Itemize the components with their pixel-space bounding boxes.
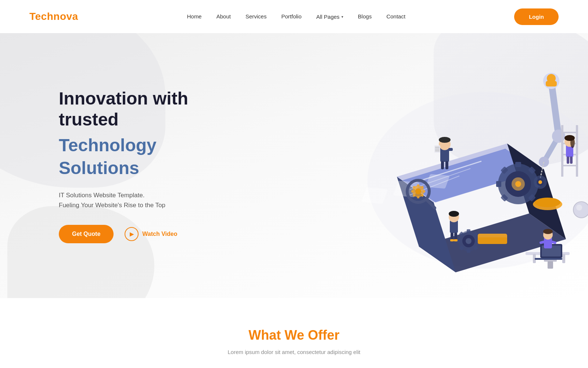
svg-point-39 <box>547 74 556 83</box>
navbar: Technova Home About Services Portfolio A… <box>0 0 588 33</box>
svg-rect-44 <box>448 148 453 151</box>
svg-rect-107 <box>451 233 453 240</box>
svg-rect-65 <box>562 254 565 263</box>
svg-rect-67 <box>548 261 553 269</box>
svg-rect-46 <box>445 161 448 169</box>
svg-rect-91 <box>417 184 419 187</box>
hero-content: Innovation with trusted Technology Solut… <box>0 66 228 265</box>
brand-logo[interactable]: Technova <box>29 11 78 22</box>
nav-about[interactable]: About <box>216 13 231 20</box>
nav-links: Home About Services Portfolio All Pages … <box>187 13 405 20</box>
watch-video-button[interactable]: ▶ Watch Video <box>125 227 177 241</box>
get-quote-button[interactable]: Get Quote <box>59 225 114 243</box>
svg-point-37 <box>535 198 560 207</box>
svg-rect-23 <box>496 181 501 187</box>
svg-point-90 <box>415 188 421 194</box>
hero-title-line1: Innovation with trusted <box>59 88 228 130</box>
svg-rect-110 <box>454 239 458 241</box>
nav-all-pages[interactable]: All Pages ▾ <box>316 14 343 20</box>
svg-rect-95 <box>417 196 419 198</box>
svg-rect-109 <box>450 239 454 241</box>
nav-blogs[interactable]: Blogs <box>358 13 372 20</box>
svg-rect-79 <box>467 229 470 233</box>
what-we-offer-section: What We Offer Lorem ipsum dolor sit amet… <box>0 298 588 368</box>
svg-point-73 <box>543 229 553 234</box>
svg-rect-62 <box>570 156 573 164</box>
svg-rect-61 <box>567 156 569 164</box>
svg-point-106 <box>449 211 459 217</box>
nav-contact[interactable]: Contact <box>386 13 405 20</box>
svg-rect-83 <box>467 249 470 253</box>
offer-title: What We Offer <box>0 328 588 343</box>
svg-rect-93 <box>423 190 425 192</box>
svg-point-42 <box>439 137 451 143</box>
nav-home[interactable]: Home <box>187 13 202 20</box>
play-icon: ▶ <box>125 227 139 241</box>
svg-point-60 <box>570 138 575 148</box>
svg-rect-70 <box>535 258 562 260</box>
login-button[interactable]: Login <box>514 8 559 25</box>
svg-rect-45 <box>441 161 444 169</box>
svg-point-102 <box>576 205 582 210</box>
svg-rect-16 <box>515 162 521 167</box>
chevron-down-icon: ▾ <box>341 15 343 19</box>
svg-rect-97 <box>411 190 413 192</box>
hero-section: Innovation with trusted Technology Solut… <box>0 33 588 298</box>
offer-subtitle: Lorem ipsum dolor sit amet, consectetur … <box>0 349 588 355</box>
nav-portfolio[interactable]: Portfolio <box>281 13 301 20</box>
hero-title-line2: Technology Solutions <box>59 134 228 180</box>
hero-buttons: Get Quote ▶ Watch Video <box>59 225 228 243</box>
hero-illustration <box>301 33 588 298</box>
svg-point-35 <box>538 180 542 184</box>
nav-services[interactable]: Services <box>245 13 267 20</box>
svg-rect-108 <box>454 233 457 240</box>
svg-rect-100 <box>478 237 507 244</box>
svg-point-26 <box>515 181 521 187</box>
hero-subtitle: IT Solutions Website Template. Fueling Y… <box>59 190 228 210</box>
svg-point-78 <box>466 238 472 244</box>
